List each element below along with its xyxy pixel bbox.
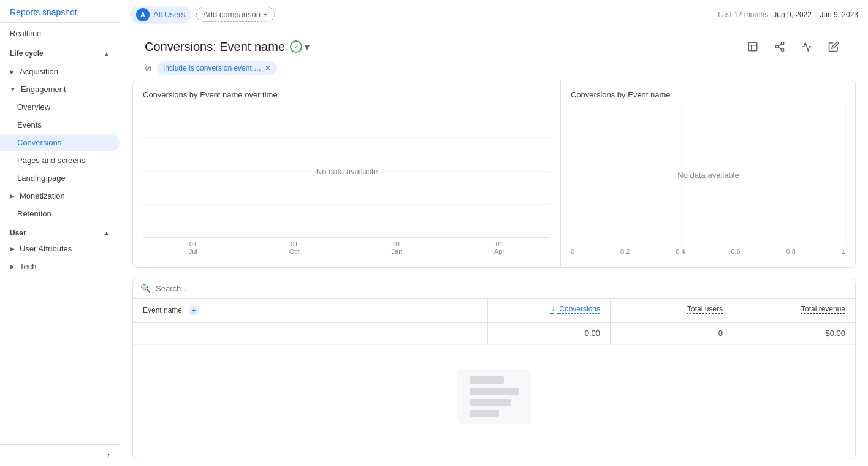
search-input[interactable] [156, 284, 848, 293]
bar-chart-container: No data available [571, 104, 845, 245]
lifecycle-chevron: ▲ [104, 50, 110, 57]
line-chart-container: No data available [143, 104, 550, 238]
add-comparison-button[interactable]: Add comparison + [196, 7, 275, 22]
tech-arrow-icon: ▶ [10, 263, 15, 270]
left-chart-no-data: No data available [316, 166, 378, 175]
sidebar-item-monetization[interactable]: ▶ Monetization [0, 187, 120, 205]
title-dropdown-icon[interactable]: ▾ [305, 41, 310, 53]
bar-x-label-1: 1 [842, 248, 845, 255]
td-conversions: 0.00 [487, 323, 610, 344]
svg-line-6 [778, 47, 781, 49]
all-users-chip[interactable]: A All Users [130, 6, 191, 24]
header-actions [743, 37, 843, 56]
sort-down-icon: ↓ [551, 305, 555, 313]
user-attributes-arrow-icon: ▶ [10, 245, 15, 252]
x-label-jan: 01Jan [392, 240, 403, 255]
bar-x-label-02: 0.2 [620, 248, 630, 255]
th-total-revenue[interactable]: Total revenue [733, 299, 855, 322]
insights-button[interactable] [797, 37, 817, 56]
charts-row: Conversions by Event name over time No d… [132, 80, 856, 268]
th-conversions-label: Conversions [559, 305, 600, 313]
th-total-revenue-label: Total revenue [801, 305, 845, 313]
lifecycle-label: Life cycle [10, 49, 44, 58]
filter-chip-close[interactable]: ✕ [265, 64, 271, 72]
date-range-dates: Jun 9, 2022 – Jun 9, 2023 [773, 10, 858, 19]
add-dimension-button[interactable]: + [188, 305, 199, 316]
filter-bar: ⊘ Include is conversion event … ✕ [132, 56, 856, 80]
th-event-name-label: Event name [143, 306, 182, 315]
date-range-label: Last 12 months [718, 10, 768, 19]
sidebar-item-engagement[interactable]: ▼ Engagement [0, 80, 120, 98]
all-users-label: All Users [153, 10, 185, 19]
date-range: Last 12 months Jun 9, 2022 – Jun 9, 2023 [718, 10, 858, 19]
search-icon: 🔍 [140, 283, 151, 293]
sidebar-item-tech[interactable]: ▶ Tech [0, 258, 120, 275]
svg-point-3 [781, 42, 784, 45]
engagement-arrow-icon: ▼ [10, 86, 16, 93]
sidebar-item-events[interactable]: Events [0, 116, 120, 134]
sidebar-collapse-button[interactable]: ‹ [0, 444, 120, 466]
tech-label: Tech [20, 262, 36, 271]
content-area: Conversions: Event name ✓ ▾ [120, 29, 868, 466]
sidebar-item-retention[interactable]: Retention [0, 205, 120, 223]
x-label-apr: 01Apr [494, 240, 504, 255]
sidebar-item-pages-and-screens[interactable]: Pages and screens [0, 151, 120, 169]
user-section-chevron: ▲ [104, 230, 110, 237]
empty-bar-4 [470, 410, 499, 417]
table-row: 0.00 0 $0.00 [133, 323, 855, 345]
user-section-label: User [10, 229, 26, 237]
sidebar-item-landing-page[interactable]: Landing page [0, 169, 120, 187]
x-axis-labels: 01Jul 01Oct 01Jan 01Apr [143, 238, 550, 258]
td-total-users: 0 [610, 323, 733, 344]
engagement-label: Engagement [21, 85, 66, 94]
th-total-users-label: Total users [687, 305, 723, 313]
more-options-button[interactable] [824, 37, 843, 56]
add-comparison-plus-icon: + [263, 10, 268, 19]
sidebar-item-user-attributes[interactable]: ▶ User Attributes [0, 240, 120, 258]
sidebar-item-realtime[interactable]: Realtime [0, 23, 120, 44]
acquisition-arrow-icon: ▶ [10, 68, 15, 75]
empty-bar-3 [470, 399, 511, 406]
right-chart-no-data: No data available [677, 170, 739, 179]
sidebar-item-acquisition[interactable]: ▶ Acquisition [0, 63, 120, 80]
check-icon: ✓ [290, 40, 302, 53]
bar-x-label-04: 0.4 [676, 248, 685, 255]
th-conversions[interactable]: ↓ Conversions [487, 299, 610, 322]
acquisition-label: Acquisition [20, 67, 58, 76]
lifecycle-section: Life cycle ▲ ▶ Acquisition ▼ Engagement … [0, 44, 120, 223]
left-chart-area: No data available 01Jul 01Oct 01Jan 01Ap… [143, 104, 550, 258]
page-title-row: Conversions: Event name ✓ ▾ [145, 40, 310, 54]
page-title: Conversions: Event name [145, 40, 285, 54]
lifecycle-section-header[interactable]: Life cycle ▲ [0, 44, 120, 63]
add-comparison-label: Add comparison [203, 10, 261, 19]
bar-x-label-08: 0.8 [786, 248, 796, 255]
search-bar: 🔍 [133, 278, 855, 299]
user-attributes-label: User Attributes [20, 244, 72, 253]
svg-rect-0 [748, 42, 757, 51]
share-button[interactable] [770, 37, 790, 56]
empty-bar-2 [470, 388, 519, 395]
table-section: 🔍 Event name + ↓ Conversions Total users… [132, 278, 856, 459]
x-label-jul: 01Jul [189, 240, 197, 255]
sidebar-item-conversions[interactable]: Conversions [0, 134, 120, 151]
user-section-header[interactable]: User ▲ [0, 223, 120, 240]
sidebar-header[interactable]: Reports snapshot [0, 0, 120, 23]
sidebar-item-overview[interactable]: Overview [0, 98, 120, 116]
avatar: A [136, 8, 150, 21]
topbar: A All Users Add comparison + Last 12 mon… [120, 0, 868, 29]
empty-state-icon [457, 369, 531, 424]
sidebar: Reports snapshot Realtime Life cycle ▲ ▶… [0, 0, 120, 466]
page-header: Conversions: Event name ✓ ▾ [132, 29, 856, 56]
monetization-arrow-icon: ▶ [10, 193, 15, 199]
filter-icon: ⊘ [145, 63, 152, 73]
collapse-icon: ‹ [107, 451, 110, 460]
table-header: Event name + ↓ Conversions Total users T… [133, 299, 855, 323]
td-event-name [133, 323, 487, 344]
main-content: A All Users Add comparison + Last 12 mon… [120, 0, 868, 466]
th-total-users[interactable]: Total users [610, 299, 733, 322]
svg-point-4 [775, 45, 779, 48]
td-total-revenue: $0.00 [733, 323, 855, 344]
right-chart-title: Conversions by Event name [571, 90, 845, 99]
th-event-name: Event name + [133, 299, 487, 322]
edit-report-button[interactable] [743, 37, 763, 56]
